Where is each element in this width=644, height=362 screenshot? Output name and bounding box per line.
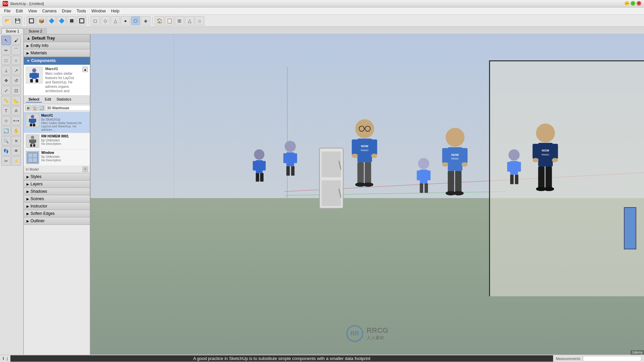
- menu-item-window[interactable]: Window: [89, 8, 109, 14]
- menu-item-camera[interactable]: Camera: [40, 8, 59, 14]
- comp-item-window[interactable]: Window by Unknown No Description: [24, 149, 90, 166]
- measurements-input[interactable]: [583, 356, 641, 361]
- tool-pan[interactable]: ✋: [11, 126, 21, 135]
- title-bar: SU SketchUp - [Untitled] — □ ✕: [0, 0, 644, 7]
- tool-scale[interactable]: ⤢: [1, 86, 11, 95]
- tool-zoomextents[interactable]: ⤧: [11, 136, 21, 145]
- components-label: Components: [31, 58, 56, 63]
- styles-header[interactable]: ▶ Styles: [24, 173, 90, 180]
- tool-axes[interactable]: ⊹: [1, 116, 11, 125]
- comp-name-marc1: Marc#1: [41, 114, 88, 117]
- viewport[interactable]: NOW PANIC: [91, 34, 644, 362]
- menu-item-tools[interactable]: Tools: [74, 8, 89, 14]
- toolbar-btn-9[interactable]: △: [111, 16, 120, 25]
- instructor-header[interactable]: ▶ Instructor: [24, 203, 90, 210]
- comp-item-marc1[interactable]: Marc#1 by SketchUp Marc codes stellar fe…: [24, 112, 90, 133]
- tool-move[interactable]: ✥: [1, 76, 11, 85]
- toolbar-btn-11[interactable]: ⬡: [131, 16, 140, 25]
- materials-header[interactable]: ▶ Materials: [24, 50, 90, 57]
- search-icon-nav[interactable]: 🔄: [39, 105, 45, 111]
- svg-point-6: [31, 115, 34, 118]
- tool-extra[interactable]: ⚡: [11, 156, 21, 166]
- toolbar-btn-17[interactable]: ⌂: [195, 16, 204, 25]
- scene-tab-2[interactable]: Scene 2: [24, 28, 46, 34]
- entity-info-header[interactable]: ▶ Entity Info: [24, 42, 90, 49]
- soften-edges-header[interactable]: ▶ Soften Edges: [24, 210, 90, 217]
- styles-arrow: ▶: [26, 175, 29, 179]
- svg-rect-46: [371, 139, 377, 155]
- toolbar-btn-15[interactable]: ⊞: [175, 16, 184, 25]
- svg-rect-15: [35, 139, 36, 143]
- udemy-badge: Udemy: [631, 350, 644, 355]
- tool-zoom[interactable]: 🔍: [1, 136, 11, 145]
- toolbar-btn-10[interactable]: ●: [121, 16, 130, 25]
- toolbar-btn-5[interactable]: 🔳: [67, 16, 76, 25]
- layers-header[interactable]: ▶ Layers: [24, 181, 90, 188]
- comp-arrow-up[interactable]: ▲: [83, 67, 88, 72]
- in-model-add-button[interactable]: +: [83, 167, 88, 172]
- menu-item-file[interactable]: File: [1, 8, 13, 14]
- toolbar-btn-16[interactable]: △: [185, 16, 194, 25]
- toolbar-btn-12[interactable]: ◈: [141, 16, 150, 25]
- comp-tab-edit[interactable]: Edit: [42, 97, 54, 103]
- status-info-icon: ℹ: [3, 356, 4, 361]
- tool-protractor[interactable]: 📐: [11, 96, 21, 105]
- menu-item-edit[interactable]: Edit: [13, 8, 25, 14]
- shadows-header[interactable]: ▶ Shadows: [24, 188, 90, 195]
- toolbar-btn-4[interactable]: 🔷: [57, 16, 66, 25]
- tool-arc[interactable]: ⌒: [11, 46, 21, 55]
- close-button[interactable]: ✕: [637, 1, 641, 6]
- comp-tab-statistics[interactable]: Statistics: [54, 97, 74, 103]
- tool-dimensions[interactable]: ⟷: [11, 116, 21, 125]
- tool-walkthrough[interactable]: 👣: [1, 146, 11, 156]
- scene-tab-1[interactable]: Scene 1: [1, 28, 23, 34]
- toolbar-btn-3[interactable]: 🔷: [47, 16, 56, 25]
- minimize-button[interactable]: —: [625, 1, 629, 6]
- tool-followme[interactable]: ↗: [11, 66, 21, 75]
- scenes-header[interactable]: ▶ Scenes: [24, 195, 90, 202]
- toolbar-btn-13[interactable]: 🏠: [155, 16, 164, 25]
- svg-rect-58: [424, 183, 428, 193]
- svg-rect-68: [455, 171, 461, 192]
- maximize-button[interactable]: □: [631, 1, 635, 6]
- tool-circle[interactable]: ○: [11, 56, 21, 65]
- toolbar-btn-14[interactable]: 📋: [165, 16, 174, 25]
- search-input[interactable]: [46, 105, 91, 111]
- tool-text[interactable]: T: [1, 106, 11, 115]
- tool-3dtext[interactable]: A: [11, 106, 21, 115]
- svg-rect-55: [417, 171, 421, 181]
- svg-rect-2: [30, 79, 33, 82]
- tool-lookat[interactable]: 👁: [11, 146, 21, 156]
- tray-collapse-arrow: ▲: [26, 36, 31, 41]
- outliner-header[interactable]: ▶ Outliner: [24, 218, 90, 225]
- tool-orbit[interactable]: 🔄: [1, 126, 11, 135]
- svg-point-21: [254, 149, 264, 160]
- menu-item-draw[interactable]: Draw: [59, 8, 74, 14]
- toolbar-btn-8[interactable]: ◇: [101, 16, 110, 25]
- toolbar-btn-7[interactable]: ◻: [91, 16, 100, 25]
- search-icon-grid[interactable]: ⊞: [25, 105, 31, 111]
- tool-rotate[interactable]: ↺: [11, 76, 21, 85]
- comp-item-rmhomem[interactable]: RM HOMEM 0001 by Unknown No Description: [24, 133, 90, 149]
- component-list: Marc#1 by SketchUp Marc codes stellar fe…: [24, 112, 90, 166]
- components-header[interactable]: ▼ Components: [24, 57, 90, 65]
- comp-tab-select[interactable]: Select: [26, 97, 42, 103]
- toolbar-btn-6[interactable]: 🔲: [77, 16, 86, 25]
- tool-pushpull[interactable]: ⊥: [1, 66, 11, 75]
- toolbar-btn-2[interactable]: 📦: [37, 16, 46, 25]
- search-icon-home[interactable]: 🏠: [32, 105, 38, 111]
- tool-rect[interactable]: □: [1, 56, 11, 65]
- toolbar-btn-open[interactable]: 📂: [3, 16, 12, 25]
- tool-select[interactable]: ↖: [1, 36, 11, 45]
- tool-tape[interactable]: 📏: [1, 96, 11, 105]
- menu-item-help[interactable]: Help: [108, 8, 122, 14]
- tool-line[interactable]: ✏: [1, 46, 11, 55]
- menu-item-view[interactable]: View: [25, 8, 40, 14]
- tool-paint[interactable]: 🖌: [11, 36, 21, 45]
- toolbar-btn-save[interactable]: 💾: [13, 16, 22, 25]
- styles-section: ▶ Styles: [24, 173, 90, 181]
- svg-point-12: [31, 136, 34, 139]
- toolbar-btn-1[interactable]: 🔲: [26, 16, 36, 25]
- tool-offset[interactable]: ⊡: [11, 86, 21, 95]
- tool-section[interactable]: ✂: [1, 156, 11, 166]
